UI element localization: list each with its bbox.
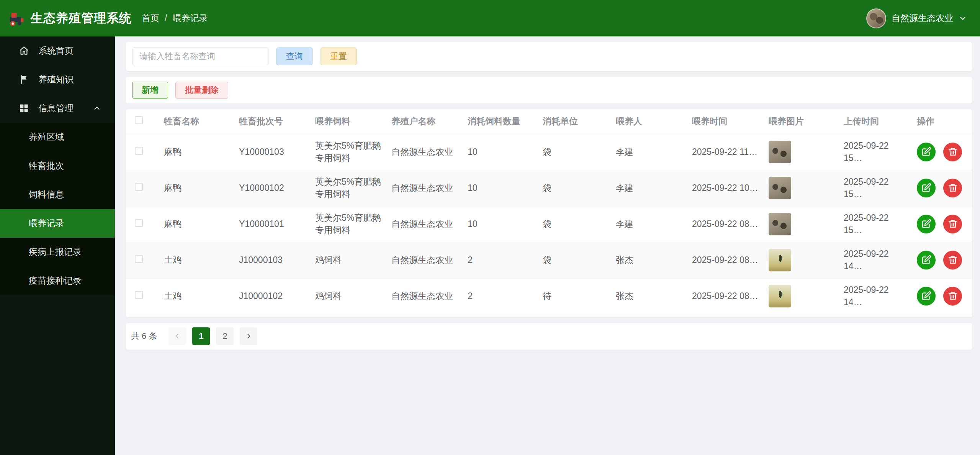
col-header-actions: 操作 [913, 109, 972, 134]
batch-delete-button[interactable]: 批量删除 [175, 82, 228, 99]
user-menu[interactable]: 自然源生态农业 [866, 8, 967, 28]
cell-quantity: 10 [464, 134, 539, 170]
pagination: 共 6 条 1 2 [126, 323, 972, 350]
query-button[interactable]: 查询 [276, 48, 312, 65]
page-2-button[interactable]: 2 [216, 327, 234, 345]
edit-button[interactable] [917, 143, 936, 161]
table-row: 麻鸭 Y10000103 英美尔5%育肥鹅专用饲料 自然源生态农业 10 袋 李… [126, 134, 972, 170]
flag-icon [19, 74, 29, 85]
row-checkbox[interactable] [135, 255, 143, 263]
main-content: 查询 重置 新增 批量删除 牲畜名称 牲畜批次号 喂养饲料 养殖户名称 消耗饲料… [115, 36, 980, 355]
sidebar-item-feeding-records[interactable]: 喂养记录 [0, 209, 115, 238]
add-button[interactable]: 新增 [132, 82, 168, 99]
sidebar-item-label: 饲料信息 [29, 189, 64, 200]
row-checkbox[interactable] [135, 219, 143, 227]
top-header: 生态养殖管理系统 首页 / 喂养记录 自然源生态农业 [0, 0, 980, 36]
reset-button[interactable]: 重置 [321, 48, 357, 65]
delete-button[interactable] [943, 287, 962, 306]
home-icon [19, 46, 29, 56]
col-header-livestock-name: 牲畜名称 [160, 109, 235, 134]
feeding-image-thumbnail[interactable] [769, 213, 791, 235]
livestock-search-input[interactable] [132, 48, 268, 65]
breadcrumb-current: 喂养记录 [172, 12, 208, 24]
cell-feed: 鸡饲料 [311, 242, 388, 278]
feeding-image-thumbnail[interactable] [769, 177, 791, 199]
row-checkbox[interactable] [135, 183, 143, 191]
row-checkbox[interactable] [135, 291, 143, 299]
edit-button[interactable] [917, 287, 936, 306]
edit-button[interactable] [917, 215, 936, 233]
feeding-records-table-card: 牲畜名称 牲畜批次号 喂养饲料 养殖户名称 消耗饲料数量 消耗单位 喂养人 喂养… [126, 109, 972, 317]
cell-upload-time: 2025-09-22 15… [840, 206, 913, 242]
cell-farmer: 自然源生态农业 [388, 134, 464, 170]
cell-feed-time: 2025-09-22 08… [688, 278, 765, 314]
app-logo-icon [8, 10, 25, 27]
col-header-unit: 消耗单位 [539, 109, 612, 134]
feeding-image-thumbnail[interactable] [769, 285, 791, 307]
delete-button[interactable] [943, 179, 962, 197]
sidebar-item-label: 疾病上报记录 [29, 246, 82, 258]
prev-page-button[interactable] [169, 327, 186, 345]
cell-unit: 袋 [539, 206, 612, 242]
edit-button[interactable] [917, 251, 936, 269]
breadcrumb-home[interactable]: 首页 [142, 12, 159, 24]
cell-livestock-name: 麻鸭 [160, 206, 235, 242]
col-header-feed-time: 喂养时间 [688, 109, 765, 134]
sidebar-item-label: 信息管理 [38, 102, 74, 114]
cell-feeder: 李建 [612, 206, 688, 242]
cell-batch-no: Y10000101 [235, 206, 311, 242]
table-header-row: 牲畜名称 牲畜批次号 喂养饲料 养殖户名称 消耗饲料数量 消耗单位 喂养人 喂养… [126, 109, 972, 134]
edit-button[interactable] [917, 179, 936, 197]
cell-livestock-name: 麻鸭 [160, 134, 235, 170]
col-header-quantity: 消耗饲料数量 [464, 109, 539, 134]
sidebar-item-breeding-knowledge[interactable]: 养殖知识 [0, 65, 115, 94]
sidebar-item-label: 牲畜批次 [29, 160, 64, 172]
row-checkbox[interactable] [135, 147, 143, 155]
cell-feeder: 李建 [612, 134, 688, 170]
sidebar-item-feed-info[interactable]: 饲料信息 [0, 180, 115, 209]
cell-feeder: 张杰 [612, 242, 688, 278]
cell-feed: 英美尔5%育肥鹅专用饲料 [311, 134, 388, 170]
cell-batch-no: Y10000102 [235, 170, 311, 206]
sidebar-item-label: 系统首页 [38, 45, 74, 57]
sidebar-item-disease-reports[interactable]: 疾病上报记录 [0, 238, 115, 266]
sidebar-item-livestock-batch[interactable]: 牲畜批次 [0, 151, 115, 180]
sidebar-item-vaccination-records[interactable]: 疫苗接种记录 [0, 266, 115, 295]
cell-upload-time: 2025-09-22 15… [840, 134, 913, 170]
cell-upload-time: 2025-09-22 14… [840, 242, 913, 278]
cell-feed: 英美尔5%育肥鹅专用饲料 [311, 170, 388, 206]
sidebar-item-info-management[interactable]: 信息管理 [0, 94, 115, 123]
col-header-farmer: 养殖户名称 [388, 109, 464, 134]
col-header-image: 喂养图片 [765, 109, 840, 134]
sidebar-item-label: 喂养记录 [29, 217, 64, 229]
feeding-image-thumbnail[interactable] [769, 249, 791, 271]
breadcrumb-separator: / [165, 13, 167, 23]
select-all-checkbox[interactable] [135, 116, 143, 124]
cell-farmer: 自然源生态农业 [388, 170, 464, 206]
cell-unit: 袋 [539, 170, 612, 206]
grid-icon [19, 103, 29, 113]
cell-upload-time: 2025-09-22 14… [840, 278, 913, 314]
feeding-records-table: 牲畜名称 牲畜批次号 喂养饲料 养殖户名称 消耗饲料数量 消耗单位 喂养人 喂养… [126, 109, 972, 314]
cell-unit: 待 [539, 278, 612, 314]
sidebar-item-system-home[interactable]: 系统首页 [0, 36, 115, 65]
col-header-batch-no: 牲畜批次号 [235, 109, 311, 134]
feeding-image-thumbnail[interactable] [769, 141, 791, 163]
sidebar: 系统首页 养殖知识 信息管理 养殖区域 牲畜批次 饲料信息 喂养记录 疾病上报记… [0, 36, 115, 455]
next-page-button[interactable] [240, 327, 257, 345]
col-header-feed: 喂养饲料 [311, 109, 388, 134]
info-management-submenu: 养殖区域 牲畜批次 饲料信息 喂养记录 疾病上报记录 疫苗接种记录 [0, 123, 115, 295]
cell-quantity: 10 [464, 170, 539, 206]
delete-button[interactable] [943, 251, 962, 269]
delete-button[interactable] [943, 143, 962, 161]
delete-button[interactable] [943, 215, 962, 233]
sidebar-item-breeding-area[interactable]: 养殖区域 [0, 123, 115, 151]
chevron-down-icon [959, 14, 967, 23]
breadcrumb: 首页 / 喂养记录 [142, 12, 208, 24]
cell-upload-time: 2025-09-22 15… [840, 170, 913, 206]
page-1-button[interactable]: 1 [192, 327, 210, 345]
cell-quantity: 10 [464, 206, 539, 242]
app-title: 生态养殖管理系统 [31, 10, 132, 27]
chevron-up-icon [93, 104, 101, 113]
cell-unit: 袋 [539, 242, 612, 278]
